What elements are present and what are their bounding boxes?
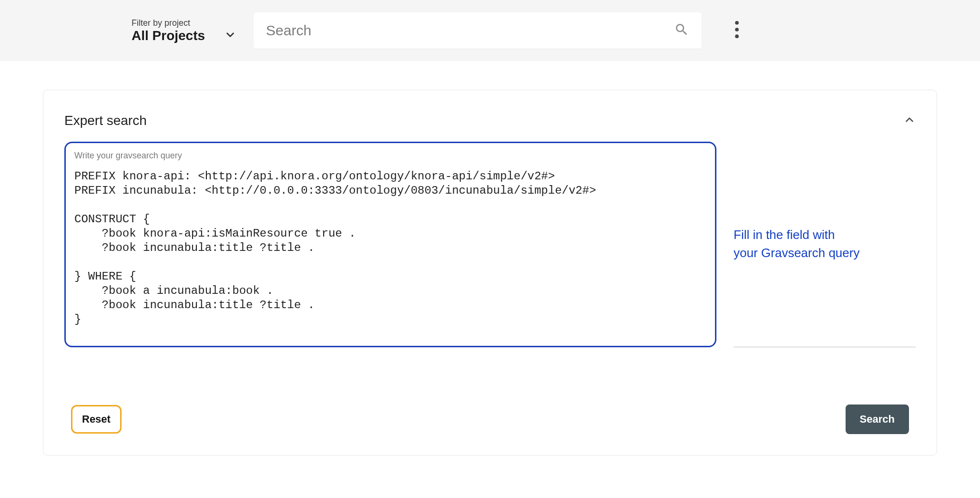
query-box: Write your gravsearch query [64, 142, 716, 347]
project-filter[interactable]: Filter by project All Projects [124, 14, 244, 47]
hint-line-2: your Gravsearch query [734, 244, 916, 262]
expert-search-card: Expert search Write your gravsearch quer… [43, 90, 937, 456]
chevron-down-icon [224, 29, 236, 43]
chevron-up-icon[interactable] [903, 114, 916, 128]
search-icon[interactable] [674, 22, 689, 39]
more-vert-icon[interactable] [735, 21, 739, 40]
hint-column: Fill in the field with your Gravsearch q… [734, 142, 916, 347]
svg-point-2 [735, 34, 739, 38]
svg-point-0 [735, 21, 739, 25]
hint-line-1: Fill in the field with [734, 226, 916, 244]
svg-point-1 [735, 28, 739, 31]
search-button[interactable]: Search [846, 405, 909, 434]
topbar: Filter by project All Projects [0, 0, 980, 61]
search-input[interactable] [266, 22, 674, 39]
content-row: Write your gravsearch query Fill in the … [64, 142, 916, 347]
card-title: Expert search [64, 113, 147, 128]
search-input-wrap[interactable] [254, 12, 702, 49]
gravsearch-textarea[interactable] [74, 169, 706, 327]
reset-button[interactable]: Reset [71, 405, 122, 434]
filter-label: Filter by project [132, 18, 236, 28]
button-row: Reset Search [64, 405, 916, 434]
filter-row[interactable]: All Projects [132, 28, 236, 43]
filter-value: All Projects [132, 28, 205, 43]
card-header: Expert search [64, 113, 916, 128]
query-label: Write your gravsearch query [74, 151, 706, 161]
